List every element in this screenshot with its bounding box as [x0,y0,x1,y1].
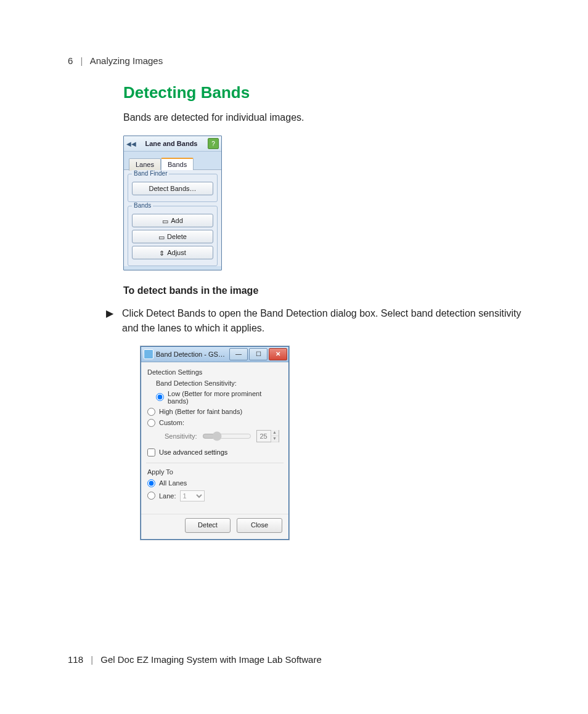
radio-all-lanes-input[interactable] [147,479,155,487]
page-number: 118 [68,654,83,665]
bands-group: Bands ▭Add ▭Delete ⇕Adjust [128,206,218,266]
product-name: Gel Doc EZ Imaging System with Image Lab… [100,654,321,665]
adjust-icon: ⇕ [159,247,165,259]
band-finder-group: Band Finder Detect Bands… [128,174,218,202]
band-detection-dialog: Band Detection - GS… — ☐ ✕ Detection Set… [141,346,289,540]
section-heading: Detecting Bands [123,83,526,102]
procedure-subhead: To detect bands in the image [123,285,526,296]
lane-select[interactable]: 1 [180,490,205,501]
advanced-checkbox-row[interactable]: Use advanced settings [147,448,282,456]
radio-lane-input[interactable] [147,492,155,500]
panel-titlebar: ◀◀ Lane and Bands ? [124,136,221,152]
band-finder-legend: Band Finder [132,170,169,177]
lane-and-bands-panel: ◀◀ Lane and Bands ? Lanes Bands Band Fin… [123,136,222,270]
bands-legend: Bands [132,202,153,209]
group-separator [146,463,284,463]
radio-high-input[interactable] [147,408,155,416]
step-row: ▶ Click Detect Bands to open the Band De… [106,306,526,335]
close-button[interactable]: Close [237,518,282,533]
lane-label: Lane: [159,492,176,500]
advanced-checkbox[interactable] [147,448,155,456]
minimize-button[interactable]: — [229,348,248,360]
panel-tabs: Lanes Bands [124,152,221,170]
sensitivity-value: 25 [257,431,271,442]
delete-button[interactable]: ▭Delete [132,230,213,243]
panel-title: Lane and Bands [135,140,208,147]
tab-bands[interactable]: Bands [161,158,194,170]
page-footer: 118 | Gel Doc EZ Imaging System with Ima… [68,654,322,665]
detection-settings-label: Detection Settings [147,368,282,376]
apply-to-group: Apply To All Lanes Lane: 1 [147,468,282,501]
apply-to-label: Apply To [147,468,282,476]
header-separator: | [81,55,83,66]
sensitivity-slider[interactable] [202,431,251,441]
add-icon: ▭ [162,215,168,227]
radio-low[interactable]: Low (Better for more prominent bands) [156,390,282,405]
add-button[interactable]: ▭Add [132,214,213,227]
detect-bands-button[interactable]: Detect Bands… [132,182,213,195]
sensitivity-label: Band Detection Sensitivity: [156,379,282,387]
footer-separator: | [91,654,93,665]
radio-high[interactable]: High (Better for faint bands) [147,408,282,416]
adjust-button[interactable]: ⇕Adjust [132,246,213,259]
tab-lanes[interactable]: Lanes [129,158,161,171]
delete-icon: ▭ [158,231,165,243]
step-arrow-icon: ▶ [106,307,113,319]
maximize-button[interactable]: ☐ [249,348,267,360]
sensitivity-word: Sensitivity: [165,432,197,440]
radio-custom-input[interactable] [147,419,155,427]
detect-button[interactable]: Detect [185,518,231,533]
dialog-titlebar: Band Detection - GS… — ☐ ✕ [141,347,288,362]
radio-low-input[interactable] [156,393,164,401]
radio-lane[interactable]: Lane: 1 [147,490,282,501]
detection-settings-group: Detection Settings Band Detection Sensit… [147,368,282,456]
page-header: 6 | Analyzing Images [68,55,526,66]
spin-up-icon[interactable]: ▲ [271,430,279,436]
dialog-app-icon [144,349,153,359]
radio-all-lanes[interactable]: All Lanes [147,479,282,487]
sensitivity-spinner[interactable]: 25 ▲▼ [256,430,279,442]
spin-down-icon[interactable]: ▼ [271,436,279,442]
collapse-icon[interactable]: ◀◀ [126,140,135,147]
chapter-number: 6 [68,55,73,66]
close-window-button[interactable]: ✕ [269,348,287,360]
radio-custom[interactable]: Custom: [147,419,282,427]
chapter-title: Analyzing Images [90,55,163,66]
sensitivity-slider-row: Sensitivity: 25 ▲▼ [165,430,282,442]
intro-paragraph: Bands are detected for individual images… [123,111,526,124]
help-icon[interactable]: ? [208,138,219,149]
dialog-title: Band Detection - GS… [156,351,229,358]
step-text: Click Detect Bands to open the Band Dete… [122,306,526,335]
